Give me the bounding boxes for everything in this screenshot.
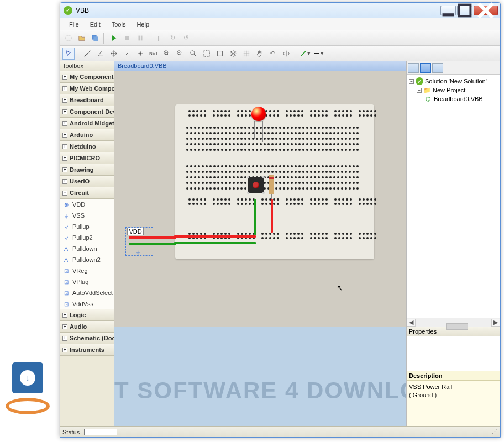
- zoom-selection-icon[interactable]: [214, 48, 226, 60]
- open-icon[interactable]: [76, 32, 88, 44]
- wire-red-1[interactable]: [271, 199, 273, 233]
- item-pulldown[interactable]: ⩚Pulldown: [60, 243, 114, 254]
- toolbox-list[interactable]: +My Components +My Web Components +Bread…: [60, 71, 114, 426]
- cat-netduino[interactable]: +Netduino: [60, 140, 114, 152]
- cat-component-devkit[interactable]: +Component DevKit: [60, 106, 114, 118]
- design-area: Breadboard0.VBB // placeholder for bread…: [114, 61, 406, 426]
- item-vdd[interactable]: ⊕VDD: [60, 199, 114, 210]
- save-all-icon[interactable]: [89, 32, 101, 44]
- vdd-component[interactable]: VDD ⏚: [125, 227, 153, 256]
- cat-audio[interactable]: +Audio: [60, 320, 114, 333]
- wire-green-bus[interactable]: [174, 242, 256, 244]
- menu-tools[interactable]: Tools: [107, 20, 130, 29]
- pushbutton-component[interactable]: [248, 177, 264, 193]
- description-header: Description: [407, 371, 500, 381]
- item-pullup2[interactable]: ⩒Pullup2: [60, 232, 114, 243]
- maximize-button[interactable]: [457, 6, 473, 15]
- wire-red-bus[interactable]: [174, 235, 256, 238]
- cat-drawing[interactable]: +Drawing: [60, 164, 114, 176]
- menu-edit[interactable]: Edit: [86, 20, 105, 29]
- svg-rect-5: [125, 36, 129, 40]
- step-in-icon[interactable]: ↻: [166, 32, 179, 44]
- app-icon: ✓: [64, 6, 72, 15]
- cat-my-components[interactable]: +My Components: [60, 71, 114, 83]
- globe-icon[interactable]: [62, 32, 75, 44]
- description-line2: ( Ground ): [409, 391, 498, 399]
- solution-explorer[interactable]: −✓ Solution 'New Solution' −📁New Project…: [407, 75, 500, 318]
- vdd-label: VDD: [129, 228, 141, 235]
- rotate-tool[interactable]: [267, 48, 279, 60]
- cat-circuit[interactable]: −Circuit: [60, 187, 114, 199]
- item-vddvss[interactable]: ⊡VddVss: [60, 298, 114, 309]
- svg-rect-6: [139, 35, 140, 40]
- zoom-out-icon[interactable]: [174, 48, 186, 60]
- item-vss[interactable]: ⏚VSS: [60, 210, 114, 221]
- tree-hscroll[interactable]: ◀▶: [407, 318, 500, 327]
- menubar: File Edit Tools Help: [60, 18, 500, 30]
- view-3[interactable]: [432, 63, 443, 73]
- net-tool[interactable]: NET: [148, 48, 160, 60]
- flip-tool[interactable]: [280, 48, 292, 60]
- grid-icon[interactable]: [240, 48, 253, 60]
- resistor-component[interactable]: [269, 175, 274, 194]
- measure-tool[interactable]: [81, 48, 93, 60]
- project-node[interactable]: −📁New Project: [409, 86, 498, 94]
- wire-black-tool[interactable]: ▾: [312, 48, 324, 60]
- pause-button[interactable]: [134, 32, 146, 44]
- svg-rect-12: [204, 50, 210, 56]
- item-autovddselect[interactable]: ⊡AutoVddSelect: [60, 287, 114, 298]
- item-pullup[interactable]: ⩒Pullup: [60, 221, 114, 232]
- move-tool[interactable]: [108, 48, 120, 60]
- minimize-button[interactable]: [440, 6, 456, 15]
- svg-point-8: [139, 52, 141, 55]
- pan-tool[interactable]: [254, 48, 266, 60]
- document-tab[interactable]: Breadboard0.VBB: [114, 61, 406, 71]
- app-window: ✓ VBB File Edit Tools Help || ↻ ↺ NET: [60, 2, 501, 438]
- zoom-fit-icon[interactable]: [201, 48, 213, 60]
- toolbox-panel: Toolbox +My Components +My Web Component…: [60, 61, 114, 426]
- view-buttons: [407, 61, 500, 75]
- cat-instruments[interactable]: +Instruments: [60, 344, 114, 356]
- cat-android-midget[interactable]: +Android Midget: [60, 117, 114, 129]
- item-pulldown2[interactable]: ⩚Pulldown2: [60, 254, 114, 265]
- cursor-icon: ↖: [337, 283, 343, 292]
- step-over-icon[interactable]: ↺: [180, 32, 192, 44]
- led-component[interactable]: [251, 107, 266, 121]
- titlebar[interactable]: ✓ VBB: [60, 3, 500, 18]
- item-vplug[interactable]: ⊡VPlug: [60, 276, 114, 287]
- cat-breadboard[interactable]: +Breadboard: [60, 94, 114, 106]
- zoom-icon[interactable]: [187, 48, 200, 60]
- main-toolbar: || ↻ ↺: [60, 30, 500, 46]
- zoom-in-icon[interactable]: [161, 48, 173, 60]
- close-button[interactable]: [474, 6, 498, 15]
- wire-green-tool[interactable]: ▾: [299, 48, 311, 60]
- run-button[interactable]: [108, 32, 120, 44]
- status-well: [84, 429, 117, 435]
- layers-icon[interactable]: [227, 48, 239, 60]
- canvas[interactable]: // placeholder for breadboard holes gene…: [114, 71, 406, 426]
- file-node[interactable]: ⌬Breadboard0.VBB: [409, 94, 498, 103]
- junction-tool[interactable]: [134, 48, 146, 60]
- resize-grip[interactable]: ⋰: [492, 428, 498, 435]
- cat-userio[interactable]: +UserIO: [60, 175, 114, 187]
- view-1[interactable]: [408, 63, 419, 73]
- cat-schematic[interactable]: +Schematic (Doc): [60, 332, 114, 344]
- menu-help[interactable]: Help: [132, 20, 154, 29]
- pointer-tool[interactable]: [62, 48, 75, 60]
- svg-point-2: [66, 35, 72, 41]
- solution-node[interactable]: −✓ Solution 'New Solution': [409, 77, 498, 86]
- stop-button[interactable]: [121, 32, 133, 44]
- cat-picmicro[interactable]: +PICMICRO: [60, 152, 114, 164]
- cat-logic[interactable]: +Logic: [60, 309, 114, 321]
- toolbox-header: Toolbox: [60, 61, 114, 71]
- angle-tool[interactable]: [95, 48, 107, 60]
- svg-rect-1: [459, 4, 471, 16]
- line-tool[interactable]: [121, 48, 133, 60]
- cat-arduino[interactable]: +Arduino: [60, 129, 114, 141]
- step-button[interactable]: ||: [153, 32, 165, 44]
- cat-my-web-components[interactable]: +My Web Components: [60, 82, 114, 94]
- view-2[interactable]: [420, 63, 431, 73]
- item-vreg[interactable]: ⊡VReg: [60, 265, 114, 276]
- wire-green-1[interactable]: [254, 199, 256, 235]
- menu-file[interactable]: File: [65, 20, 83, 29]
